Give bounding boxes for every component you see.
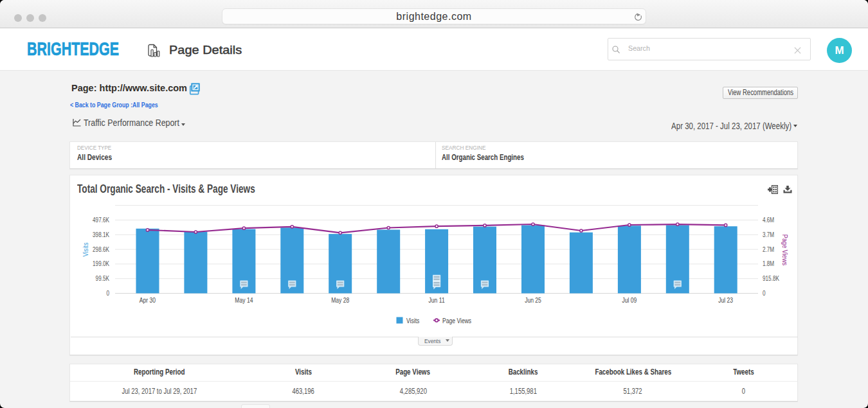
svg-text:497.6K: 497.6K <box>93 216 110 224</box>
svg-text:3.7M: 3.7M <box>763 231 774 238</box>
svg-text:2.7M: 2.7M <box>763 245 774 253</box>
svg-text:1.8M: 1.8M <box>763 260 774 267</box>
svg-text:Apr 30: Apr 30 <box>140 296 156 303</box>
svg-text:0: 0 <box>763 289 766 297</box>
svg-text:Jun 25: Jun 25 <box>525 296 541 303</box>
svg-text:915.8K: 915.8K <box>763 274 780 282</box>
svg-text:Jul 23: Jul 23 <box>718 296 733 303</box>
svg-text:99.5K: 99.5K <box>96 274 110 282</box>
svg-text:Visits: Visits <box>82 242 89 256</box>
svg-text:Page Views: Page Views <box>781 235 788 266</box>
svg-text:Jul 09: Jul 09 <box>622 296 637 303</box>
svg-text:199.0K: 199.0K <box>93 260 110 267</box>
svg-text:Jun 11: Jun 11 <box>429 296 445 303</box>
svg-text:4.6M: 4.6M <box>763 216 774 224</box>
svg-text:May 14: May 14 <box>235 296 253 303</box>
svg-text:May 28: May 28 <box>331 296 350 303</box>
svg-text:0: 0 <box>106 289 109 297</box>
svg-text:398.1K: 398.1K <box>93 231 110 238</box>
svg-text:Page Views: Page Views <box>442 316 471 324</box>
svg-text:298.6K: 298.6K <box>93 245 110 253</box>
svg-text:Visits: Visits <box>406 316 419 324</box>
